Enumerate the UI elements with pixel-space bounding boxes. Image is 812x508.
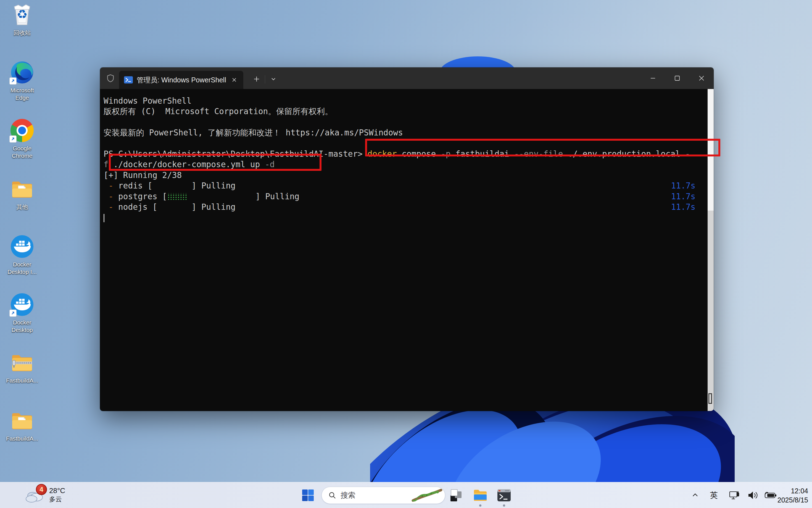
recycle-glyph: ♻ [10, 7, 34, 21]
terminal-text-segment: Windows PowerShell [104, 96, 192, 105]
shortcut-arrow-overlay [9, 309, 16, 317]
powershell-icon [124, 76, 133, 83]
desktop-icon-label: 回收站 [6, 29, 38, 37]
desktop-icon[interactable]: Docker Desktop I... [1, 235, 43, 276]
shortcut-arrow-overlay [9, 135, 16, 142]
terminal-line: [+] Running 2/38 [104, 170, 714, 180]
terminal-text-segment: [+] Running 2/38 [104, 171, 182, 180]
titlebar-separator [265, 75, 265, 83]
desktop-icon[interactable]: FastbuildA... [1, 409, 43, 442]
powershell-window: 管理员: Windows PowerShell [100, 68, 714, 411]
terminal-text-segment [104, 181, 108, 190]
terminal-cursor [104, 214, 104, 222]
search-input[interactable]: 搜索 [322, 487, 445, 504]
shortcut-arrow-overlay [9, 77, 16, 85]
running-indicator-dot [479, 504, 481, 507]
terminal-line: - redis [ ] Pulling11.7s [104, 180, 714, 191]
running-indicator-dot [503, 504, 505, 507]
tab-powershell[interactable]: 管理员: Windows PowerShell [119, 71, 243, 89]
terminal-text-segment: - [108, 181, 113, 190]
terminal-text-segment: 安装最新的 PowerShell, 了解新功能和改进！ https://aka.… [104, 128, 403, 137]
desktop-icon[interactable]: Google Chrome [1, 118, 43, 160]
ime-language-indicator[interactable]: 英 [707, 482, 721, 508]
terminal-text-segment: f [104, 160, 108, 169]
new-tab-button[interactable] [251, 74, 262, 85]
desktop-icon-label: FastbuildA... [6, 435, 38, 442]
window-titlebar[interactable]: 管理员: Windows PowerShell [100, 68, 714, 89]
tab-close-icon[interactable] [230, 76, 238, 84]
desktop-icon[interactable]: Microsoft Edge [1, 60, 43, 102]
taskbar: 4 28°C 多云 搜索 [0, 482, 812, 508]
folder-icon [10, 177, 34, 201]
volume-icon[interactable] [745, 482, 761, 508]
file-explorer-button[interactable] [471, 486, 489, 504]
terminal-line [104, 117, 714, 127]
terminal-app-icon [496, 488, 512, 503]
desktop: ♻回收站 Microsoft Edge Google Chrome [0, 0, 812, 508]
terminal-scrollbar[interactable] [708, 89, 714, 411]
pull-elapsed-time: 11.7s [671, 180, 696, 191]
file-explorer-icon [473, 488, 488, 503]
desktop-icon-label: FastbuildA... [6, 377, 38, 384]
terminal-line: 版权所有 (C) Microsoft Corporation。保留所有权利。 [104, 106, 714, 117]
desktop-icon-label: Microsoft Edge [6, 87, 38, 102]
desktop-icon-label: 其他 [6, 203, 38, 211]
task-view-icon [449, 488, 463, 503]
desktop-icon-label: Google Chrome [6, 145, 38, 160]
terminal-text-segment [104, 202, 108, 212]
desktop-icon[interactable]: Docker Desktop [1, 292, 43, 334]
terminal-line [104, 212, 714, 223]
search-highlight-gecko-image[interactable] [411, 488, 443, 503]
terminal-line: Windows PowerShell [104, 96, 714, 106]
zip-folder-icon [10, 350, 34, 375]
admin-shield-icon [106, 74, 115, 83]
desktop-icon[interactable]: ♻回收站 [1, 3, 43, 37]
terminal-line: - nodejs [ ] Pulling11.7s [104, 202, 714, 212]
pull-progress-bar [167, 193, 187, 200]
search-icon [328, 492, 336, 499]
folder-icon [10, 409, 34, 433]
terminal-text-segment [104, 192, 108, 201]
battery-charging-icon[interactable] [762, 482, 779, 508]
terminal-line: - postgres [ ] Pulling11.7s [104, 191, 714, 202]
desktop-icon-label: Docker Desktop I... [6, 261, 38, 276]
terminal-text-segment: 版权所有 (C) Microsoft Corporation。保留所有权利。 [104, 107, 333, 116]
terminal-text-segment: redis [ ] Pulling [113, 181, 235, 190]
annotation-box-command [365, 139, 720, 157]
terminal-app-button[interactable] [495, 486, 513, 504]
tray-date: 2025/8/15 [777, 495, 808, 504]
terminal-text-segment: postgres [ [113, 192, 167, 201]
terminal-output[interactable]: Windows PowerShell版权所有 (C) Microsoft Cor… [100, 89, 714, 411]
search-placeholder: 搜索 [340, 490, 355, 500]
terminal-text-segment: - [108, 192, 113, 201]
maximize-button[interactable] [665, 68, 689, 89]
desktop-icon[interactable]: 其他 [1, 177, 43, 211]
annotation-box-compose-file [109, 154, 322, 171]
desktop-icon-label: Docker Desktop [6, 319, 38, 334]
close-button[interactable] [689, 68, 714, 89]
network-icon[interactable] [727, 482, 743, 508]
scrollbar-bottom-marker [708, 393, 712, 404]
terminal-line: 安装最新的 PowerShell, 了解新功能和改进！ https://aka.… [104, 127, 714, 138]
tray-time: 12:04 [777, 486, 808, 496]
minimize-button[interactable] [641, 68, 665, 89]
pull-elapsed-time: 11.7s [671, 202, 696, 212]
docker-icon [10, 235, 34, 259]
terminal-text-segment: nodejs [ ] Pulling [113, 202, 235, 212]
tab-dropdown-button[interactable] [268, 74, 279, 85]
tray-clock[interactable]: 12:04 2025/8/15 [777, 486, 808, 504]
tray-chevron-up-icon[interactable] [688, 482, 702, 508]
pull-elapsed-time: 11.7s [671, 191, 696, 202]
tab-title: 管理员: Windows PowerShell [137, 76, 226, 85]
terminal-text-segment: - [108, 202, 113, 212]
desktop-icon[interactable]: FastbuildA... [1, 350, 43, 384]
task-view-button[interactable] [447, 486, 465, 504]
start-button[interactable] [301, 489, 314, 502]
terminal-text-segment: ] Pulling [187, 192, 299, 201]
